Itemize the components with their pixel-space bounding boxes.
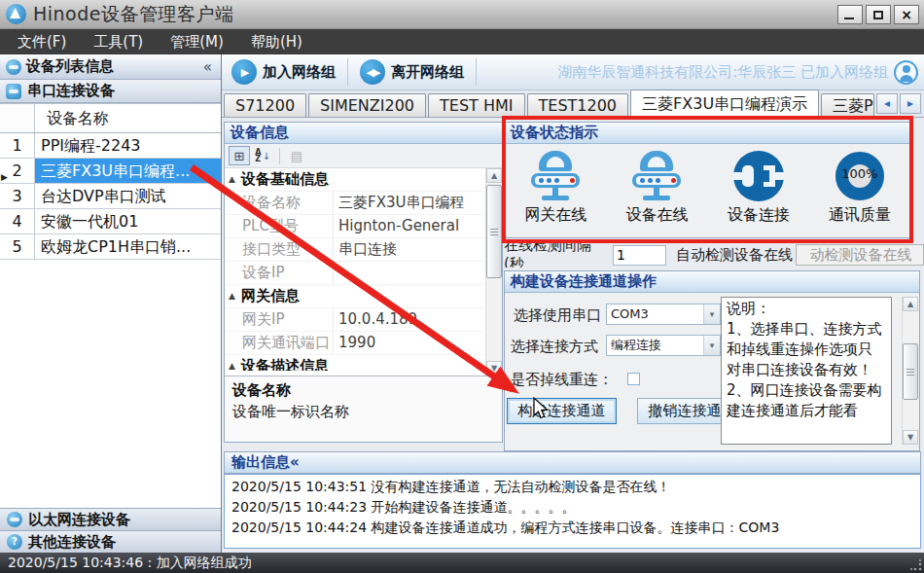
serial-device-group[interactable]: 串口连接设备 — [0, 80, 221, 103]
scroll-up-icon[interactable]: ▲ — [486, 168, 502, 183]
property-desc-text: 设备唯一标识名称 — [232, 403, 494, 421]
channel-panel-header: 构建设备连接通道操作 — [505, 271, 919, 293]
serial-group-icon — [6, 84, 21, 99]
connect-mode-select[interactable]: 编程连接 ▾ — [606, 335, 721, 356]
log-line: 2020/5/15 10:44:24 构建设备连接通道成功，编程方式连接串口设备… — [231, 518, 913, 538]
menu-tools[interactable]: 工具(T) — [80, 29, 157, 54]
quality-ring-icon: 100% — [835, 152, 884, 200]
app-window: Hinode设备管理客户端 × 文件(F) 工具(T) 管理(M) 帮助(H) … — [0, 0, 924, 573]
menu-bar: 文件(F) 工具(T) 管理(M) 帮助(H) — [0, 29, 924, 54]
device-table: 设备名称 1 PPI编程-2243 ▶2 三菱FX3U串口编程... 3 台达D… — [0, 103, 221, 508]
property-desc-title: 设备名称 — [232, 381, 494, 400]
property-grid: ▲设备基础信息 设备名称三菱FX3U串口编程 PLC型号Hignton-Gene… — [225, 168, 502, 376]
device-connect-indicator: 设备连接 — [708, 149, 809, 226]
tab-simenzi200[interactable]: SIMENZI200 — [308, 93, 426, 117]
maximize-button[interactable] — [866, 5, 891, 24]
user-icon[interactable] — [894, 60, 918, 85]
tab-content-area: 设备信息 ⊞ AZ↓ ▤ ▲设备基础信息 设备名称三菱FX3U串口编程 PLC型… — [222, 118, 924, 553]
device-list-icon — [6, 59, 21, 75]
tab-scroll-left-icon[interactable]: ◂ — [876, 93, 898, 114]
combo-arrow-icon[interactable]: ▾ — [703, 304, 720, 324]
output-panel-header: 输出信息 « — [224, 451, 921, 474]
sidebar-header: 设备列表信息 « — [0, 54, 221, 80]
scroll-down-icon[interactable]: ▼ — [903, 430, 918, 445]
property-row[interactable]: 接口类型串口连接 — [225, 238, 485, 262]
device-online-indicator: 设备在线 — [606, 149, 707, 226]
scrollbar-thumb[interactable] — [903, 343, 918, 400]
property-grid-toolbar: ⊞ AZ↓ ▤ — [225, 144, 502, 168]
alphabetical-sort-icon[interactable]: AZ↓ — [252, 146, 273, 165]
device-info-panel: 设备信息 ⊞ AZ↓ ▤ ▲设备基础信息 设备名称三菱FX3U串口编程 PLC型… — [224, 122, 503, 443]
title-bar: Hinode设备管理客户端 × — [0, 0, 924, 29]
category-basic-info[interactable]: ▲设备基础信息 — [225, 168, 485, 192]
leave-network-button[interactable]: ◀▶ 离开网络组 — [350, 54, 474, 90]
property-row[interactable]: 设备IP — [225, 262, 485, 285]
table-row[interactable]: 3 台达DVP串口测试 — [0, 184, 221, 209]
output-collapse-icon[interactable]: « — [290, 452, 300, 473]
tab-mitsubishi-fx3u[interactable]: 三菱FX3U串口编程演示 — [630, 90, 819, 117]
combo-arrow-icon[interactable]: ▾ — [703, 336, 720, 355]
category-gateway-info[interactable]: ▲网关信息 — [225, 285, 485, 308]
table-row[interactable]: 1 PPI编程-2243 — [0, 133, 221, 159]
company-status-text: 湖南华辰智通科技有限公司:华辰张三 已加入网络组 — [557, 63, 888, 82]
scroll-down-icon[interactable]: ▼ — [486, 361, 502, 376]
leave-network-icon: ◀▶ — [360, 59, 385, 85]
property-row[interactable]: 设备名称三菱FX3U串口编程 — [225, 192, 485, 215]
channel-operation-panel: 构建设备连接通道操作 选择使用串口 COM3 ▾ 选择连接方式 编程连接 ▾ 是… — [504, 270, 920, 451]
tab-mitsubishi-pg[interactable]: 三菱PG — [821, 93, 874, 117]
sidebar-collapse-icon[interactable]: « — [200, 58, 215, 76]
ethernet-device-group[interactable]: 以太网连接设备 — [0, 508, 221, 530]
menu-help[interactable]: 帮助(H) — [237, 29, 316, 54]
sidebar-title: 设备列表信息 — [26, 57, 200, 76]
status-panel-header: 设备状态指示 — [505, 123, 910, 144]
tab-scroll-right-icon[interactable]: ▸ — [900, 93, 921, 114]
auto-detect-label[interactable]: 自动检测设备在线 — [676, 246, 793, 265]
build-channel-button[interactable]: 构建连接通道 — [507, 398, 617, 424]
property-row[interactable]: PLC型号Hignton-General — [225, 215, 485, 238]
scrollbar-thumb[interactable] — [486, 185, 502, 278]
comm-quality-indicator: 100% 通讯质量 — [809, 149, 910, 226]
main-content: ▶ 加入网络组 ◀▶ 离开网络组 湖南华辰智通科技有限公司:华辰张三 已加入网络… — [222, 54, 924, 553]
table-row[interactable]: 4 安徽一代机01 — [0, 209, 221, 234]
table-row-selected[interactable]: ▶2 三菱FX3U串口编程... — [0, 159, 221, 184]
port-label: 选择使用串口 — [514, 306, 601, 325]
category-desc-info[interactable]: ▲设备描述信息 — [225, 355, 485, 371]
device-online-icon — [629, 149, 684, 203]
note-scrollbar[interactable]: ▲ ▼ — [902, 297, 918, 445]
close-button[interactable]: × — [894, 5, 919, 24]
property-grid-scrollbar[interactable]: ▲ ▼ — [485, 168, 502, 376]
other-device-group[interactable]: ? 其他连接设备 — [0, 530, 221, 553]
instruction-note: 说明： 1、选择串口、连接方式和掉线重连操作选项只对串口连接设备有效！ 2、网口… — [721, 297, 892, 445]
device-tab-bar: S71200 SIMENZI200 TEST HMI TEST1200 三菱FX… — [222, 90, 924, 118]
interval-input[interactable] — [613, 245, 666, 266]
quality-value: 100% — [839, 166, 880, 181]
resize-grip[interactable] — [910, 559, 922, 571]
table-row[interactable]: 5 欧姆龙CP1H串口销... — [0, 234, 221, 260]
interval-label: 在线检测间隔(秒 — [504, 242, 611, 268]
join-network-button[interactable]: ▶ 加入网络组 — [222, 54, 345, 90]
online-check-row: 在线检测间隔(秒 自动检测设备在线 动检测设备在线 — [504, 242, 924, 268]
menu-manage[interactable]: 管理(M) — [157, 29, 237, 54]
property-row[interactable]: 网关IP10.0.4.189 — [225, 308, 485, 332]
reconnect-checkbox[interactable] — [627, 373, 640, 385]
property-row[interactable]: 网关通讯端口1990 — [225, 332, 485, 355]
device-info-header: 设备信息 — [225, 123, 502, 144]
status-bar: 2020/5/15 10:43:46 : 加入网络组成功 — [0, 553, 924, 573]
menu-file[interactable]: 文件(F) — [4, 29, 80, 54]
categorized-view-icon[interactable]: ⊞ — [229, 146, 250, 165]
mode-label: 选择连接方式 — [511, 338, 598, 356]
output-log[interactable]: 2020/5/15 10:43:51 没有构建连接通道，无法自动检测设备是否在线… — [224, 474, 921, 549]
device-name-column: 设备名称 — [35, 104, 221, 132]
tab-s71200[interactable]: S71200 — [224, 93, 306, 117]
tab-test-hmi[interactable]: TEST HMI — [428, 93, 524, 117]
other-group-icon: ? — [7, 534, 22, 550]
join-network-icon: ▶ — [231, 59, 257, 85]
serial-port-select[interactable]: COM3 ▾ — [606, 304, 721, 325]
scroll-up-icon[interactable]: ▲ — [903, 297, 918, 311]
gateway-online-indicator: 网关在线 — [505, 149, 606, 226]
log-line: 2020/5/15 10:43:51 没有构建连接通道，无法自动检测设备是否在线… — [231, 477, 913, 497]
status-text: 2020/5/15 10:43:46 : 加入网络组成功 — [8, 555, 252, 570]
tab-test1200[interactable]: TEST1200 — [527, 93, 629, 117]
property-pages-icon: ▤ — [286, 146, 307, 165]
minimize-button[interactable] — [837, 5, 863, 24]
